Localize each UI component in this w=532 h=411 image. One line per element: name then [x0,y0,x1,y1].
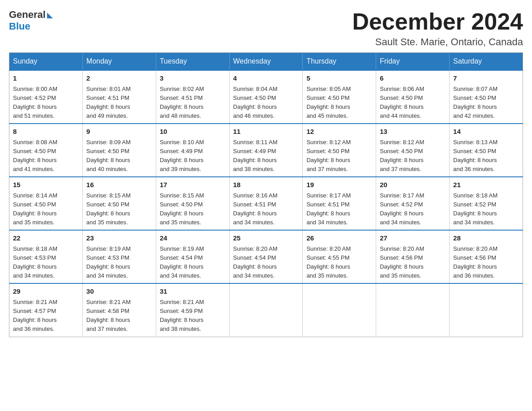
calendar-week-row: 15Sunrise: 8:14 AMSunset: 4:50 PMDayligh… [9,177,523,230]
day-number: 6 [380,73,446,84]
day-number: 19 [306,180,372,190]
calendar-week-row: 8Sunrise: 8:08 AMSunset: 4:50 PMDaylight… [9,124,523,177]
calendar-cell: 23Sunrise: 8:19 AMSunset: 4:53 PMDayligh… [82,230,156,283]
weekday-header-row: Sunday Monday Tuesday Wednesday Thursday… [9,53,523,71]
calendar-cell: 17Sunrise: 8:15 AMSunset: 4:50 PMDayligh… [156,177,229,230]
calendar-cell: 29Sunrise: 8:21 AMSunset: 4:57 PMDayligh… [9,283,83,337]
calendar-cell: 6Sunrise: 8:06 AMSunset: 4:50 PMDaylight… [376,70,450,124]
calendar-cell: 5Sunrise: 8:05 AMSunset: 4:50 PMDaylight… [303,70,376,124]
day-info: Sunrise: 8:01 AMSunset: 4:51 PMDaylight:… [86,86,131,119]
page-header: General Blue December 2024 Sault Ste. Ma… [9,9,523,48]
header-sunday: Sunday [9,53,83,71]
calendar-week-row: 29Sunrise: 8:21 AMSunset: 4:57 PMDayligh… [9,283,523,337]
calendar-cell [303,283,376,337]
calendar-week-row: 22Sunrise: 8:18 AMSunset: 4:53 PMDayligh… [9,230,523,283]
calendar-cell: 2Sunrise: 8:01 AMSunset: 4:51 PMDaylight… [82,70,156,124]
calendar-cell: 13Sunrise: 8:12 AMSunset: 4:50 PMDayligh… [376,124,450,177]
day-info: Sunrise: 8:06 AMSunset: 4:50 PMDaylight:… [380,86,424,119]
calendar-cell: 11Sunrise: 8:11 AMSunset: 4:49 PMDayligh… [229,124,303,177]
calendar-cell: 22Sunrise: 8:18 AMSunset: 4:53 PMDayligh… [9,230,83,283]
calendar-cell: 20Sunrise: 8:17 AMSunset: 4:52 PMDayligh… [376,177,450,230]
day-info: Sunrise: 8:05 AMSunset: 4:50 PMDaylight:… [306,86,351,119]
calendar-cell [376,283,450,337]
calendar-cell: 10Sunrise: 8:10 AMSunset: 4:49 PMDayligh… [156,124,229,177]
day-info: Sunrise: 8:14 AMSunset: 4:50 PMDaylight:… [13,192,57,226]
day-info: Sunrise: 8:08 AMSunset: 4:50 PMDaylight:… [13,139,57,172]
day-info: Sunrise: 8:19 AMSunset: 4:53 PMDaylight:… [86,245,131,279]
day-number: 5 [306,73,372,84]
day-info: Sunrise: 8:20 AMSunset: 4:56 PMDaylight:… [453,245,498,279]
calendar-table: Sunday Monday Tuesday Wednesday Thursday… [9,52,523,337]
day-number: 7 [453,73,519,84]
day-info: Sunrise: 8:18 AMSunset: 4:52 PMDaylight:… [453,192,498,226]
day-info: Sunrise: 8:04 AMSunset: 4:50 PMDaylight:… [233,86,278,119]
day-info: Sunrise: 8:18 AMSunset: 4:53 PMDaylight:… [13,245,57,279]
day-number: 27 [380,233,446,244]
day-info: Sunrise: 8:19 AMSunset: 4:54 PMDaylight:… [160,245,204,279]
day-number: 3 [160,73,226,84]
day-info: Sunrise: 8:07 AMSunset: 4:50 PMDaylight:… [453,86,498,119]
day-number: 22 [13,233,79,244]
day-info: Sunrise: 8:17 AMSunset: 4:52 PMDaylight:… [380,192,424,226]
day-number: 29 [13,287,79,297]
day-info: Sunrise: 8:10 AMSunset: 4:49 PMDaylight:… [160,139,204,172]
day-info: Sunrise: 8:21 AMSunset: 4:59 PMDaylight:… [160,299,204,332]
calendar-cell: 25Sunrise: 8:20 AMSunset: 4:54 PMDayligh… [229,230,303,283]
calendar-cell: 18Sunrise: 8:16 AMSunset: 4:51 PMDayligh… [229,177,303,230]
header-saturday: Saturday [450,53,523,71]
header-tuesday: Tuesday [156,53,229,71]
calendar-cell [450,283,523,337]
logo-triangle-icon [47,13,53,18]
day-number: 9 [86,127,152,137]
day-number: 11 [233,127,299,137]
calendar-cell: 14Sunrise: 8:13 AMSunset: 4:50 PMDayligh… [450,124,523,177]
day-info: Sunrise: 8:13 AMSunset: 4:50 PMDaylight:… [453,139,498,172]
calendar-cell: 7Sunrise: 8:07 AMSunset: 4:50 PMDaylight… [450,70,523,124]
day-info: Sunrise: 8:21 AMSunset: 4:57 PMDaylight:… [13,299,57,332]
header-friday: Friday [376,53,450,71]
day-number: 24 [160,233,226,244]
day-info: Sunrise: 8:17 AMSunset: 4:51 PMDaylight:… [306,192,351,226]
day-info: Sunrise: 8:15 AMSunset: 4:50 PMDaylight:… [86,192,131,226]
day-info: Sunrise: 8:12 AMSunset: 4:50 PMDaylight:… [306,139,351,172]
day-info: Sunrise: 8:02 AMSunset: 4:51 PMDaylight:… [160,86,204,119]
day-number: 1 [13,73,79,84]
header-monday: Monday [82,53,156,71]
header-thursday: Thursday [303,53,376,71]
day-number: 26 [306,233,372,244]
day-number: 23 [86,233,152,244]
calendar-cell: 1Sunrise: 8:00 AMSunset: 4:52 PMDaylight… [9,70,83,124]
calendar-cell: 3Sunrise: 8:02 AMSunset: 4:51 PMDaylight… [156,70,229,124]
day-number: 18 [233,180,299,190]
calendar-cell: 4Sunrise: 8:04 AMSunset: 4:50 PMDaylight… [229,70,303,124]
calendar-cell: 15Sunrise: 8:14 AMSunset: 4:50 PMDayligh… [9,177,83,230]
day-number: 10 [160,127,226,137]
day-number: 31 [160,287,226,297]
month-title: December 2024 [352,9,523,34]
location-title: Sault Ste. Marie, Ontario, Canada [352,36,523,48]
day-number: 16 [86,180,152,190]
day-number: 8 [13,127,79,137]
day-number: 28 [453,233,519,244]
calendar-week-row: 1Sunrise: 8:00 AMSunset: 4:52 PMDaylight… [9,70,523,124]
day-number: 13 [380,127,446,137]
calendar-cell: 12Sunrise: 8:12 AMSunset: 4:50 PMDayligh… [303,124,376,177]
day-number: 21 [453,180,519,190]
calendar-cell: 30Sunrise: 8:21 AMSunset: 4:58 PMDayligh… [82,283,156,337]
day-number: 4 [233,73,299,84]
day-number: 30 [86,287,152,297]
calendar-cell: 26Sunrise: 8:20 AMSunset: 4:55 PMDayligh… [303,230,376,283]
calendar-cell: 19Sunrise: 8:17 AMSunset: 4:51 PMDayligh… [303,177,376,230]
calendar-cell: 8Sunrise: 8:08 AMSunset: 4:50 PMDaylight… [9,124,83,177]
calendar-cell: 24Sunrise: 8:19 AMSunset: 4:54 PMDayligh… [156,230,229,283]
day-number: 14 [453,127,519,137]
calendar-cell: 27Sunrise: 8:20 AMSunset: 4:56 PMDayligh… [376,230,450,283]
day-info: Sunrise: 8:00 AMSunset: 4:52 PMDaylight:… [13,86,57,119]
calendar-cell: 31Sunrise: 8:21 AMSunset: 4:59 PMDayligh… [156,283,229,337]
calendar-cell: 28Sunrise: 8:20 AMSunset: 4:56 PMDayligh… [450,230,523,283]
day-number: 2 [86,73,152,84]
day-number: 12 [306,127,372,137]
logo-line1: General [9,9,46,21]
day-info: Sunrise: 8:20 AMSunset: 4:56 PMDaylight:… [380,245,424,279]
day-info: Sunrise: 8:21 AMSunset: 4:58 PMDaylight:… [86,299,131,332]
